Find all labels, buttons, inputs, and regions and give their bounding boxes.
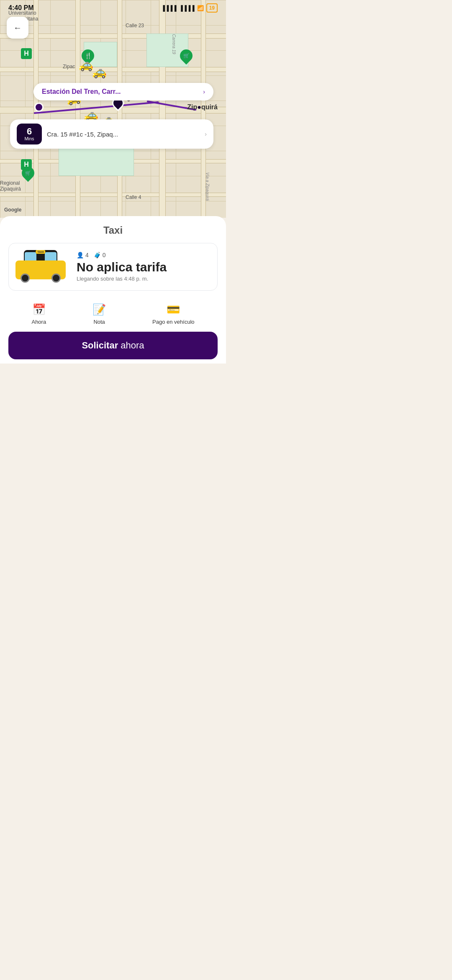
destination-arrow-icon: ›	[203, 88, 205, 95]
panel-title: Taxi	[8, 224, 218, 236]
calendar-clock-icon: 📅	[32, 303, 46, 316]
eta-unit: Mins	[22, 136, 37, 141]
request-button[interactable]: Solicitar ahora	[8, 332, 218, 359]
option-note[interactable]: 📝 Nota	[92, 303, 106, 325]
google-attribution: Google	[4, 207, 21, 213]
options-row: 📅 Ahora 📝 Nota 💳 Pago en vehículo	[8, 299, 218, 332]
map: H H 🍴 🛒 🛒 🚕 🚕 🚕 🚕 🚕 🚕 🚕 🚕 Universitario …	[0, 0, 226, 218]
request-bold: Solicitar	[82, 340, 118, 351]
vehicle-meta: 👤 4 🧳 0	[77, 252, 211, 258]
vehicle-price: No aplica tarifa	[77, 260, 211, 274]
status-time: 4:40 PM	[8, 4, 33, 12]
eta-box: 6 Mins	[17, 124, 42, 144]
destination-text: Estación Del Tren, Carr...	[42, 88, 121, 95]
origin-dot	[34, 103, 44, 112]
signal-icon-2: ▐▐▐▐	[179, 5, 195, 11]
status-bar: 4:40 PM ▐▐▐▐ ▐▐▐▐ 📶 19	[0, 0, 226, 14]
person-icon: 👤	[77, 252, 84, 258]
request-light: ahora	[118, 340, 144, 351]
map-label-regional: Regional	[0, 180, 20, 186]
back-button[interactable]: ←	[7, 17, 28, 39]
option-now[interactable]: 📅 Ahora	[31, 303, 46, 325]
status-icons: ▐▐▐▐ ▐▐▐▐ 📶 19	[161, 3, 218, 13]
battery-indicator: 19	[206, 3, 218, 13]
eta-minutes: 6	[22, 127, 37, 136]
map-label-calle23: Calle 23	[126, 23, 144, 28]
vehicle-image: TAXI	[15, 250, 70, 284]
luggage-icon: 🧳	[94, 252, 101, 258]
request-button-text: Solicitar ahora	[17, 340, 209, 351]
luggage-count: 🧳 0	[94, 252, 106, 258]
back-arrow-icon: ←	[13, 23, 22, 33]
vehicle-card: TAXI 👤 4 🧳 0 No aplica tarifa Llegando s…	[8, 243, 218, 291]
map-label-zipaquira2: Zipaquirá	[0, 186, 21, 192]
vehicle-arrival: Llegando sobre las 4:48 p. m.	[77, 276, 211, 282]
option-note-label: Nota	[93, 319, 105, 325]
road-label-zipaquira3: Vía a Zipaquirá	[205, 173, 210, 201]
bottom-panel: Taxi TAXI 👤 4 🧳 0	[0, 216, 226, 364]
option-now-label: Ahora	[31, 319, 46, 325]
signal-icon-1: ▐▐▐▐	[161, 5, 177, 11]
vehicle-info: 👤 4 🧳 0 No aplica tarifa Llegando sobre …	[77, 252, 211, 282]
note-edit-icon: 📝	[92, 303, 106, 316]
origin-arrow-icon: ›	[205, 131, 207, 137]
payment-icon: 💳	[167, 303, 180, 316]
wifi-icon: 📶	[197, 5, 204, 11]
city-name-label: Zip●quirá	[187, 103, 218, 111]
map-label-zipaquira: Zipac	[63, 64, 75, 70]
map-label-calle4: Calle 4	[126, 194, 141, 200]
taxi-icon-2: 🚕	[92, 65, 107, 79]
origin-label[interactable]: 6 Mins Cra. 15 ##1c -15, Zipaq... ›	[10, 119, 213, 149]
hospital-marker-1: H	[21, 48, 32, 59]
passenger-count: 👤 4	[77, 252, 89, 258]
road-label-carrera19: Carrera 19	[172, 34, 177, 54]
option-payment[interactable]: 💳 Pago en vehículo	[152, 303, 194, 325]
origin-text: Cra. 15 ##1c -15, Zipaq...	[47, 131, 200, 138]
option-payment-label: Pago en vehículo	[152, 319, 194, 325]
taxi-icon-1: 🚕	[79, 58, 93, 72]
destination-label[interactable]: Estación Del Tren, Carr... ›	[33, 83, 213, 101]
